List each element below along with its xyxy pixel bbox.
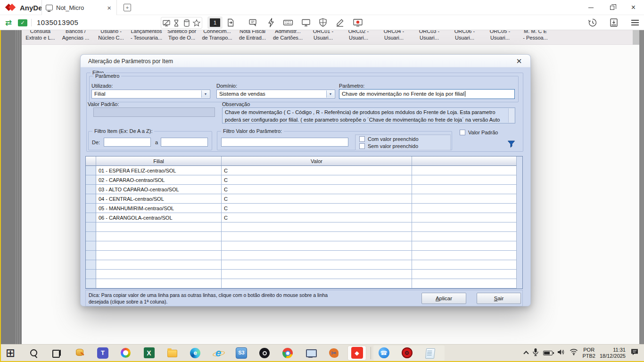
taskbar-edge-icon[interactable]: e [186,346,205,361]
row-selector-cell[interactable] [86,204,96,213]
filial-cell[interactable] [96,279,222,288]
language-indicator[interactable]: POR PTB2 [582,347,595,359]
valor-cell[interactable]: C [222,175,412,185]
filial-cell[interactable]: 03 - ALTO CAPARAO-centrao/SOL [96,185,222,194]
history-icon[interactable] [587,17,598,28]
table-row[interactable]: 04 - CENTRAL-centrao/SOL C [86,194,522,204]
remote-toolbar-button[interactable]: ORC02 - Usuari... [341,30,376,41]
parametro-input[interactable]: Chave de movimentação no Frente de loja … [339,89,515,99]
remote-toolbar-button[interactable]: ORC04 - Usuari... [376,30,412,41]
remote-toolbar-button[interactable]: M. M. C E - Pessoa... [518,30,553,41]
valor-cell[interactable] [222,232,412,241]
taskbar-anydesk-icon[interactable]: ◆ [347,346,366,361]
table-row[interactable] [86,270,522,279]
filial-cell[interactable] [96,222,222,232]
row-selector-cell[interactable] [86,251,96,260]
remote-toolbar-button[interactable]: Administr... de Cartões... [270,30,305,41]
filtro-item-a-input[interactable] [161,138,208,147]
filial-cell[interactable] [96,251,222,260]
table-row[interactable] [86,279,522,288]
session-tab[interactable]: Not_Micro × [41,0,117,15]
table-row[interactable]: 02 - CAPARAO-centrao/SOL C [86,175,522,185]
taskbar-notepad-icon[interactable] [421,346,439,361]
display-settings-icon[interactable] [300,17,312,28]
remote-toolbar-button[interactable]: Consulta Extrato e L... [23,30,58,41]
remote-toolbar-button[interactable]: Usuario - Núcleo C... [93,30,129,41]
taskbar-phone-icon[interactable]: ☎ [374,346,393,361]
microphone-icon[interactable] [532,348,539,358]
filial-cell[interactable]: 02 - CAPARAO-centrao/SOL [96,175,222,185]
taskbar-search-button[interactable] [24,346,43,361]
filial-cell[interactable] [96,232,222,241]
valor-cell[interactable] [222,279,412,288]
dropdown-arrow-icon[interactable] [326,90,334,98]
row-selector-cell[interactable] [86,270,96,279]
table-row[interactable] [86,222,522,232]
session-recordings-icon[interactable] [608,17,619,28]
privacy-shield-icon[interactable] [317,17,329,28]
observacao-scrollbar[interactable] [508,108,514,123]
filial-cell[interactable] [96,260,222,270]
valor-cell[interactable]: C [222,185,412,194]
session-exchange-icon[interactable]: ⇄ [3,17,14,28]
filial-cell[interactable] [96,270,222,279]
taskbar-capture-tool-icon[interactable]: ✂ [324,346,343,361]
actions-bolt-icon[interactable] [265,17,277,28]
taskbar-taskview-button[interactable] [47,346,66,361]
dropdown-arrow-icon[interactable] [201,90,209,98]
remote-toolbar-button[interactable]: Sintetico por Tipo de O... [164,30,199,41]
file-transfer-icon[interactable] [225,17,236,28]
remote-toolbar-button[interactable]: Lançamentos - Tesouraria... [129,30,164,41]
taskbar-chrome-icon[interactable] [278,346,297,361]
menu-icon[interactable] [629,17,641,28]
valor-cell[interactable]: C [222,194,412,204]
keyboard-icon[interactable] [282,17,294,28]
table-row[interactable] [86,251,522,260]
filial-cell[interactable]: 05 - MANHUMIRIM-centrao/SOL [96,204,222,213]
valor-cell[interactable]: C [222,213,412,222]
hourglass-icon[interactable] [172,19,181,27]
taskbar-copilot-icon[interactable] [116,346,135,361]
aplicar-button[interactable]: Aplicar [421,293,466,304]
record-session-icon[interactable] [352,17,363,28]
row-selector-cell[interactable] [86,232,96,241]
clock[interactable]: 11:31 18/12/2025 [600,347,626,359]
taskbar-internet-explorer-icon[interactable]: e [209,346,228,361]
filial-cell[interactable]: 01 - ESPERA FELIZ-centrao/SOL [96,166,222,175]
taskbar-remote-desktop-icon[interactable] [301,346,320,361]
dominio-dropdown[interactable]: Sistema de vendas [216,90,335,99]
monitor-disabled-icon[interactable] [162,19,171,27]
whiteboard-pencil-icon[interactable] [334,17,346,28]
taskbar-excel-icon[interactable]: X [140,346,158,361]
taskbar-start-button[interactable]: ⊞ [1,346,20,361]
filter-funnel-icon[interactable] [507,140,515,150]
row-selector-cell[interactable] [86,185,96,194]
taskbar-database-tool-icon[interactable] [70,346,89,361]
valor-cell[interactable]: C [222,204,412,213]
taskbar-obs-icon[interactable] [255,346,274,361]
battery-icon[interactable] [543,351,553,355]
chat-icon[interactable] [247,17,258,28]
monitor-1-button[interactable]: 1 [210,18,220,27]
remote-toolbar-button[interactable]: Bancos / Agencias ... [58,30,93,41]
taskbar-gear-app-icon[interactable]: ⚙ [397,346,416,361]
table-row[interactable] [86,260,522,270]
row-selector-cell[interactable] [86,194,96,204]
table-row[interactable] [86,232,522,241]
filial-cell[interactable]: 06 - CARANGOLA-centrao/SOL [96,213,222,222]
table-row[interactable]: 03 - ALTO CAPARAO-centrao/SOL C [86,185,522,194]
remote-toolbar-button[interactable]: Conhecim... de Transpo... [199,30,235,41]
utilizado-dropdown[interactable]: Filial [91,90,210,99]
row-selector-cell[interactable] [86,213,96,222]
close-button[interactable]: × [623,0,644,15]
row-selector-cell[interactable] [86,166,96,175]
filtro-item-de-input[interactable] [104,138,151,147]
taskbar-s3-icon[interactable]: S3 [232,346,251,361]
row-selector-cell[interactable] [86,260,96,270]
valor-cell[interactable] [222,251,412,260]
wifi-icon[interactable] [570,348,578,357]
valor-padrao-input[interactable] [93,107,215,117]
table-header-valor[interactable]: Valor [222,156,412,166]
remote-toolbar-button[interactable]: ORC01 - Usuari... [305,30,341,41]
table-row[interactable] [86,241,522,251]
